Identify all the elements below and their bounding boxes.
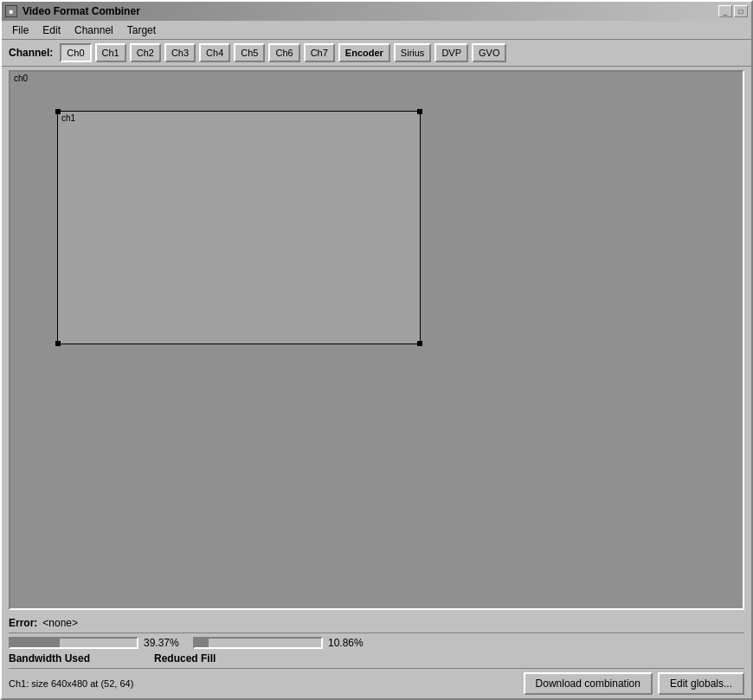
channel-btn-gvo[interactable]: GVO: [472, 43, 506, 62]
channel-btn-ch1[interactable]: Ch1: [95, 43, 126, 62]
bottom-row: Ch1: size 640x480 at (52, 64) Download c…: [9, 672, 744, 695]
menu-edit[interactable]: Edit: [35, 22, 68, 38]
channel-btn-ch2[interactable]: Ch2: [130, 43, 161, 62]
status-bar: Error: <none> 39.37% 10.86% Bandwidth Us…: [2, 613, 751, 698]
channel-box-ch1[interactable]: ch1: [57, 111, 421, 344]
reduced-label: Reduced Fill: [154, 652, 216, 665]
canvas-label: ch0: [14, 74, 28, 83]
minimize-button[interactable]: _: [718, 5, 732, 17]
divider-2: [9, 668, 744, 669]
status-info: Ch1: size 640x480 at (52, 64): [9, 678, 133, 689]
title-bar-buttons: _ □: [718, 5, 748, 17]
channel-label: Channel:: [9, 47, 53, 59]
error-label: Error:: [9, 617, 37, 629]
channel-btn-ch6[interactable]: Ch6: [268, 43, 299, 62]
resize-handle-tr[interactable]: [417, 109, 422, 114]
resize-handle-br[interactable]: [417, 341, 422, 346]
menu-bar: File Edit Channel Target: [2, 21, 751, 40]
labels-row: Bandwidth Used Reduced Fill: [9, 652, 744, 665]
title-bar: ■ Video Format Combiner _ □: [2, 2, 751, 21]
channel-btn-ch3[interactable]: Ch3: [164, 43, 196, 62]
download-combination-button[interactable]: Download combination: [524, 672, 653, 695]
divider-1: [9, 633, 744, 633]
window-icon: ■: [5, 5, 17, 17]
reduced-pct: 10.86%: [328, 637, 367, 649]
reduced-group: 10.86%: [193, 637, 367, 649]
channel-btn-ch4[interactable]: Ch4: [199, 43, 230, 62]
window-title: Video Format Combiner: [23, 5, 718, 17]
edit-globals-button[interactable]: Edit globals...: [658, 672, 744, 695]
channel-box-label: ch1: [61, 113, 75, 123]
progress-row: 39.37% 10.86%: [9, 637, 744, 649]
channel-btn-dvp[interactable]: DVP: [434, 43, 468, 62]
reduced-fill: [195, 639, 209, 647]
channel-btn-ch7[interactable]: Ch7: [304, 43, 335, 62]
resize-handle-bl[interactable]: [55, 341, 61, 346]
bandwidth-pct: 39.37%: [144, 637, 183, 649]
reduced-bar: [193, 637, 323, 649]
bandwidth-label: Bandwidth Used: [9, 652, 144, 665]
menu-target[interactable]: Target: [120, 22, 163, 38]
main-window: ■ Video Format Combiner _ □ File Edit Ch…: [0, 0, 753, 700]
bandwidth-group: 39.37%: [9, 637, 183, 649]
error-row: Error: <none>: [9, 617, 744, 629]
resize-handle-tl[interactable]: [55, 109, 61, 114]
channel-bar: Channel: Ch0 Ch1 Ch2 Ch3 Ch4 Ch5 Ch6 Ch7…: [2, 40, 751, 67]
channel-btn-sirius[interactable]: Sirius: [394, 43, 432, 62]
bandwidth-bar: [9, 637, 138, 649]
menu-file[interactable]: File: [5, 22, 35, 38]
canvas-area: ch0 ch1: [9, 70, 744, 610]
channel-btn-ch0[interactable]: Ch0: [60, 43, 91, 62]
menu-channel[interactable]: Channel: [68, 22, 120, 38]
bandwidth-fill: [10, 639, 60, 647]
maximize-button[interactable]: □: [734, 5, 748, 17]
channel-btn-encoder[interactable]: Encoder: [338, 43, 390, 62]
bottom-buttons: Download combination Edit globals...: [524, 672, 744, 695]
error-value: <none>: [42, 617, 78, 629]
channel-btn-ch5[interactable]: Ch5: [234, 43, 265, 62]
